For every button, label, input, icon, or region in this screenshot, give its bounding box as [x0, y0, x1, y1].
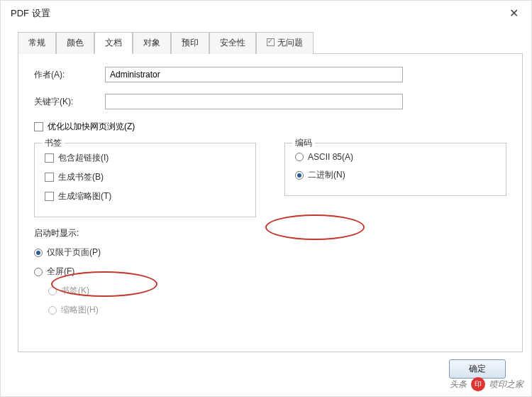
titlebar: PDF 设置 ✕ — [1, 1, 531, 26]
ok-button[interactable]: 确定 — [449, 359, 506, 379]
dialog-footer: 确定 — [1, 352, 531, 379]
encoding-legend: 编码 — [292, 137, 315, 149]
tab-noissue-label: 无问题 — [277, 38, 303, 48]
tab-strip: 常规 颜色 文档 对象 预印 安全性 无问题 — [18, 31, 523, 54]
startup-bookmarks-option: 书签(K) — [48, 285, 256, 297]
keywords-input[interactable] — [105, 94, 403, 109]
gen-bookmarks-label: 生成书签(B) — [58, 171, 104, 183]
gen-bookmarks-checkbox[interactable] — [45, 173, 54, 182]
author-input[interactable] — [105, 67, 403, 82]
startup-thumbs-radio — [48, 306, 57, 315]
tab-security[interactable]: 安全性 — [209, 32, 256, 54]
binary-radio[interactable] — [295, 171, 304, 180]
ascii-option: ASCII 85(A) — [295, 152, 496, 162]
watermark: 头条 印 喷印之家 — [450, 377, 523, 391]
tab-color[interactable]: 颜色 — [56, 32, 94, 54]
page-only-label: 仅限于页面(P) — [47, 246, 101, 259]
include-links-checkbox[interactable] — [45, 153, 54, 163]
tab-area: 常规 颜色 文档 对象 预印 安全性 无问题 作者(A): 关键字(K): 优化… — [1, 26, 531, 352]
ascii-radio[interactable] — [295, 153, 304, 161]
fullscreen-label: 全屏(F) — [47, 266, 74, 278]
left-column: 书签 包含超链接(I) 生成书签(B) 生成缩略图(T) — [34, 143, 256, 323]
author-label: 作者(A): — [34, 69, 105, 81]
gen-thumbs-checkbox[interactable] — [45, 192, 54, 201]
binary-label: 二进制(N) — [308, 169, 345, 181]
document-panel: 作者(A): 关键字(K): 优化以加快网页浏览(Z) 书签 包含超链接( — [18, 54, 523, 352]
gen-thumbs-option: 生成缩略图(T) — [45, 190, 245, 202]
tab-preview[interactable]: 预印 — [171, 32, 209, 54]
startup-thumbs-option: 缩略图(H) — [48, 304, 256, 316]
optimize-row: 优化以加快网页浏览(Z) — [34, 121, 506, 133]
watermark-prefix: 头条 — [450, 379, 467, 391]
include-links-option: 包含超链接(I) — [45, 152, 245, 164]
ascii-label: ASCII 85(A) — [308, 152, 353, 162]
pdf-settings-dialog: PDF 设置 ✕ 常规 颜色 文档 对象 预印 安全性 无问题 作者(A): 关… — [0, 0, 532, 397]
gen-bookmarks-option: 生成书签(B) — [45, 171, 245, 183]
bookmarks-group: 书签 包含超链接(I) 生成书签(B) 生成缩略图(T) — [34, 143, 256, 217]
tab-object[interactable]: 对象 — [133, 32, 171, 54]
optimize-checkbox[interactable] — [34, 122, 43, 131]
checkmark-icon — [267, 38, 275, 46]
encoding-group: 编码 ASCII 85(A) 二进制(N) — [284, 143, 506, 196]
optimize-label: 优化以加快网页浏览(Z) — [48, 121, 135, 133]
startup-bookmarks-label: 书签(K) — [61, 285, 89, 297]
right-column: 编码 ASCII 85(A) 二进制(N) — [284, 143, 506, 196]
fullscreen-radio[interactable] — [34, 268, 43, 276]
keywords-row: 关键字(K): — [34, 94, 506, 109]
dialog-title: PDF 设置 — [11, 7, 50, 20]
fullscreen-option: 全屏(F) — [34, 266, 256, 278]
include-links-label: 包含超链接(I) — [58, 152, 109, 164]
tab-noissue[interactable]: 无问题 — [256, 32, 314, 54]
startup-bookmarks-radio — [48, 287, 57, 295]
page-only-radio[interactable] — [34, 249, 43, 257]
binary-option: 二进制(N) — [295, 169, 496, 181]
bookmarks-legend: 书签 — [42, 137, 65, 149]
keywords-label: 关键字(K): — [34, 96, 105, 108]
startup-legend: 启动时显示: — [34, 227, 256, 239]
close-icon[interactable]: ✕ — [506, 6, 521, 20]
tab-general[interactable]: 常规 — [18, 32, 56, 54]
gen-thumbs-label: 生成缩略图(T) — [58, 190, 111, 202]
page-only-option: 仅限于页面(P) — [34, 246, 256, 259]
startup-thumbs-label: 缩略图(H) — [61, 304, 99, 316]
tab-document[interactable]: 文档 — [94, 32, 133, 54]
watermark-brand: 喷印之家 — [489, 379, 523, 391]
watermark-logo-icon: 印 — [471, 377, 485, 391]
author-row: 作者(A): — [34, 67, 506, 82]
columns: 书签 包含超链接(I) 生成书签(B) 生成缩略图(T) — [34, 143, 506, 323]
